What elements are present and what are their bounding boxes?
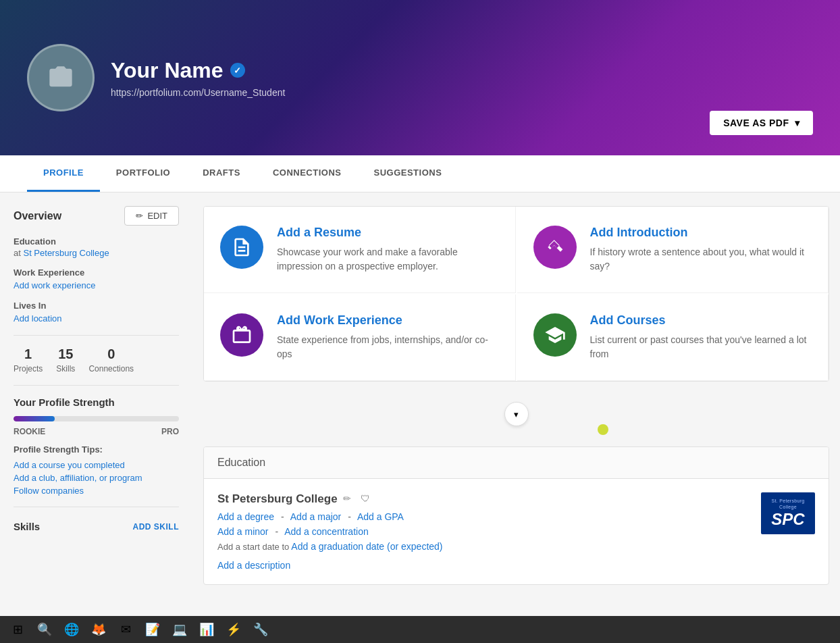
shield-icon[interactable]: 🛡: [361, 493, 373, 505]
stat-skills: 15 Skills: [56, 346, 75, 374]
divider-3: [14, 507, 179, 507]
divider-2: [14, 385, 179, 386]
school-row: St Petersburg College ✏ 🛡: [217, 492, 747, 506]
add-work-link[interactable]: Add work experience: [14, 280, 95, 290]
resume-card-desc: Showcase your work and make a favorable …: [277, 245, 499, 274]
edit-label: EDIT: [147, 211, 167, 221]
tip-1[interactable]: Add a course you completed: [14, 460, 179, 470]
tab-profile[interactable]: PROFILE: [27, 155, 100, 192]
education-section-header: Education: [204, 447, 829, 479]
edu-logo: St. Petersburg College SPC: [761, 492, 815, 571]
nav-tabs: PROFILE PORTFOLIO DRAFTS CONNECTIONS SUG…: [0, 155, 840, 192]
sep-1: -: [281, 511, 284, 522]
tab-suggestions[interactable]: SUGGESTIONS: [357, 155, 458, 192]
user-name: Your Name: [111, 58, 224, 83]
skills-count: 15: [56, 346, 75, 362]
education-section-title: Education: [217, 457, 265, 468]
courses-card-content: Add Courses List current or past courses…: [590, 313, 812, 361]
add-minor-link[interactable]: Add a minor: [217, 526, 268, 537]
skills-label: Skills: [56, 364, 75, 374]
add-gpa-link[interactable]: Add a GPA: [357, 511, 404, 522]
skills-header: Skills ADD SKILL: [14, 521, 179, 532]
action-cards-grid: Add a Resume Showcase your work and make…: [203, 206, 829, 382]
strength-labels: ROOKIE PRO: [14, 427, 179, 436]
courses-card-title: Add Courses: [590, 313, 812, 328]
courses-card-desc: List current or past courses that you've…: [590, 333, 812, 361]
resume-card-content: Add a Resume Showcase your work and make…: [277, 226, 499, 274]
resume-icon-circle: [220, 226, 263, 269]
edu-links-row-3: Add a start date to Add a graduation dat…: [217, 541, 747, 552]
add-skill-button[interactable]: ADD SKILL: [133, 522, 180, 532]
user-info: Your Name ✓ https://portfolium.com/Usern…: [111, 58, 285, 98]
chevron-down-icon: ▾: [514, 409, 519, 419]
tab-portfolio[interactable]: PORTFOLIO: [100, 155, 186, 192]
introduction-icon-circle: [533, 226, 577, 269]
spc-logo-text: SPC: [769, 510, 807, 529]
verified-icon: ✓: [230, 63, 245, 78]
save-pdf-button[interactable]: SAVE AS PDF ▾: [710, 111, 813, 135]
add-major-link[interactable]: Add a major: [290, 511, 341, 522]
edu-links-row-2: Add a minor - Add a concentration: [217, 526, 747, 537]
education-institution-link[interactable]: St Petersburg College: [23, 248, 109, 258]
edu-content: St Petersburg College ✏ 🛡 Add a degree -…: [217, 492, 747, 571]
add-courses-card[interactable]: Add Courses List current or past courses…: [517, 294, 829, 381]
avatar[interactable]: [27, 44, 95, 111]
projects-count: 1: [14, 346, 43, 362]
briefcase-icon: [231, 324, 253, 346]
tip-3[interactable]: Follow companies: [14, 486, 179, 496]
tip-2[interactable]: Add a club, affiliation, or program: [14, 473, 179, 483]
sep-3: -: [275, 526, 278, 537]
content-area: Add a Resume Showcase your work and make…: [192, 206, 840, 585]
strength-tips-title: Profile Strength Tips:: [14, 444, 179, 455]
resume-card-title: Add a Resume: [277, 226, 499, 240]
chevron-down-icon: ▾: [795, 118, 800, 128]
pro-label: PRO: [161, 427, 179, 436]
education-section-main: Education St Petersburg College ✏ 🛡 Add …: [203, 446, 829, 585]
profile-strength-section: Your Profile Strength ROOKIE PRO Profile…: [14, 396, 179, 496]
strength-bar-container: [14, 416, 179, 421]
add-location-link[interactable]: Add location: [14, 313, 62, 324]
projects-label: Projects: [14, 364, 43, 374]
add-concentration-link[interactable]: Add a concentration: [284, 526, 369, 537]
spc-logo-subtext: St. Petersburg College: [769, 498, 807, 510]
edit-button[interactable]: ✏ EDIT: [124, 206, 179, 226]
add-introduction-card[interactable]: Add Introduction If history wrote a sent…: [517, 207, 829, 293]
education-entry: St Petersburg College ✏ 🛡 Add a degree -…: [204, 479, 829, 584]
courses-icon-circle: [533, 313, 577, 357]
edu-links-row-1: Add a degree - Add a major - Add a GPA: [217, 511, 747, 522]
strength-bar-fill: [14, 416, 55, 421]
connections-count: 0: [88, 346, 134, 362]
introduction-card-content: Add Introduction If history wrote a sent…: [590, 226, 812, 274]
introduction-card-desc: If history wrote a sentence about you, w…: [590, 245, 812, 274]
handshake-icon: [544, 236, 566, 258]
profile-url[interactable]: https://portfolium.com/Username_Student: [111, 87, 285, 98]
stat-projects: 1 Projects: [14, 346, 43, 374]
work-icon-circle: [220, 313, 263, 357]
lives-label: Lives In: [14, 301, 179, 311]
work-card-desc: State experience from jobs, internships,…: [277, 333, 499, 361]
lives-section: Lives In Add location: [14, 301, 179, 324]
education-label: Education: [14, 236, 179, 247]
tab-connections[interactable]: CONNECTIONS: [257, 155, 358, 192]
divider: [14, 335, 179, 336]
introduction-card-title: Add Introduction: [590, 226, 812, 240]
add-resume-card[interactable]: Add a Resume Showcase your work and make…: [204, 207, 516, 293]
skills-title: Skills: [14, 521, 40, 532]
expand-button[interactable]: ▾: [504, 402, 529, 426]
school-name: St Petersburg College: [217, 492, 338, 506]
spc-logo: St. Petersburg College SPC: [761, 492, 815, 534]
education-section: Education at St Petersburg College: [14, 236, 179, 258]
add-work-experience-card[interactable]: Add Work Experience State experience fro…: [204, 294, 516, 381]
date-text: Add a start date to: [217, 542, 289, 552]
tab-drafts[interactable]: DRAFTS: [186, 155, 257, 192]
overview-title: Overview: [14, 210, 61, 222]
add-graduation-date-link[interactable]: Add a graduation date (or expected): [291, 541, 442, 552]
add-degree-link[interactable]: Add a degree: [217, 511, 274, 522]
expand-btn-container: ▾: [203, 395, 829, 433]
add-description-link[interactable]: Add a description: [217, 560, 747, 571]
profile-strength-title: Your Profile Strength: [14, 396, 179, 408]
user-name-row: Your Name ✓: [111, 58, 285, 83]
save-pdf-label: SAVE AS PDF: [723, 118, 789, 128]
edit-school-icon[interactable]: ✏: [343, 493, 355, 505]
work-label: Work Experience: [14, 267, 179, 278]
